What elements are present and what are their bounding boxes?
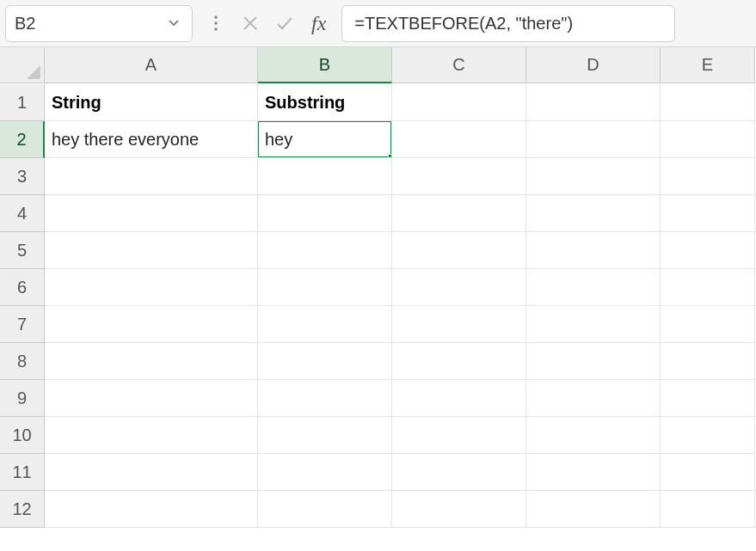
cell-A5[interactable] — [45, 232, 258, 269]
column-header-B[interactable]: B — [258, 47, 392, 83]
cell-D6[interactable] — [526, 269, 661, 306]
row-header-4[interactable]: 4 — [0, 195, 45, 232]
cell-B12[interactable] — [258, 491, 392, 528]
cell-A2[interactable]: hey there everyone — [45, 121, 258, 158]
cell-E3[interactable] — [661, 158, 755, 195]
column-header-D[interactable]: D — [526, 47, 661, 83]
name-box-value: B2 — [15, 14, 164, 34]
cell-D12[interactable] — [526, 491, 661, 528]
column-header-A[interactable]: A — [45, 47, 258, 83]
cell-C9[interactable] — [392, 380, 526, 417]
cell-B8[interactable] — [258, 343, 392, 380]
cell-C2[interactable] — [392, 121, 526, 158]
cell-C4[interactable] — [392, 195, 526, 232]
cell-C8[interactable] — [392, 343, 526, 380]
cell-B5[interactable] — [258, 232, 392, 269]
cell-A6[interactable] — [45, 269, 258, 306]
cell-E6[interactable] — [661, 269, 755, 306]
formula-value: =TEXTBEFORE(A2, "there") — [354, 14, 573, 34]
cell-value: Substring — [265, 93, 345, 113]
cell-D2[interactable] — [526, 121, 661, 158]
cell-A1[interactable]: String — [45, 84, 258, 121]
cancel-x-icon[interactable] — [239, 12, 261, 34]
enter-check-icon[interactable] — [274, 12, 296, 34]
cell-D3[interactable] — [526, 158, 661, 195]
column-header-C[interactable]: C — [392, 47, 526, 83]
row-header-5[interactable]: 5 — [0, 232, 45, 269]
chevron-down-icon[interactable] — [164, 16, 183, 30]
cell-D4[interactable] — [526, 195, 661, 232]
cell-E4[interactable] — [661, 195, 755, 232]
cell-D9[interactable] — [526, 380, 661, 417]
cell-E7[interactable] — [661, 306, 755, 343]
cell-C6[interactable] — [392, 269, 526, 306]
row-header-10[interactable]: 10 — [0, 417, 45, 454]
fill-handle[interactable] — [388, 154, 392, 158]
row-header-1[interactable]: 1 — [0, 84, 45, 121]
cell-B2[interactable]: hey — [258, 121, 392, 158]
cell-C10[interactable] — [392, 417, 526, 454]
cell-B6[interactable] — [258, 269, 392, 306]
cell-C3[interactable] — [392, 158, 526, 195]
svg-point-1 — [214, 21, 218, 25]
row-header-2[interactable]: 2 — [0, 121, 45, 158]
cell-A3[interactable] — [45, 158, 258, 195]
cell-D11[interactable] — [526, 454, 661, 491]
cell-E2[interactable] — [661, 121, 755, 158]
cell-A10[interactable] — [45, 417, 258, 454]
select-all-corner[interactable] — [0, 47, 45, 83]
cell-C11[interactable] — [392, 454, 526, 491]
row-header-8[interactable]: 8 — [0, 343, 45, 380]
cell-B4[interactable] — [258, 195, 392, 232]
formula-input[interactable]: =TEXTBEFORE(A2, "there") — [341, 5, 675, 42]
cell-value: String — [52, 93, 101, 113]
cell-B10[interactable] — [258, 417, 392, 454]
cell-D8[interactable] — [526, 343, 661, 380]
row-header-6[interactable]: 6 — [0, 269, 45, 306]
name-box[interactable]: B2 — [5, 5, 193, 42]
spreadsheet-grid[interactable]: ABCDE1StringSubstring2hey there everyone… — [0, 47, 756, 528]
row-header-3[interactable]: 3 — [0, 158, 45, 195]
cell-A9[interactable] — [45, 380, 258, 417]
cell-A4[interactable] — [45, 195, 258, 232]
row-header-12[interactable]: 12 — [0, 491, 45, 528]
cell-E11[interactable] — [661, 454, 755, 491]
cell-B3[interactable] — [258, 158, 392, 195]
formula-bar-tools: fx — [198, 12, 336, 35]
cell-A8[interactable] — [45, 343, 258, 380]
cell-B1[interactable]: Substring — [258, 84, 392, 121]
cell-E8[interactable] — [661, 343, 755, 380]
cell-value: hey there everyone — [52, 130, 199, 150]
cell-E1[interactable] — [661, 84, 755, 121]
fx-icon[interactable]: fx — [308, 12, 329, 35]
cell-E10[interactable] — [661, 417, 755, 454]
row-header-7[interactable]: 7 — [0, 306, 45, 343]
row-header-11[interactable]: 11 — [0, 454, 45, 491]
cell-C5[interactable] — [392, 232, 526, 269]
column-header-E[interactable]: E — [661, 47, 755, 83]
svg-point-2 — [214, 28, 218, 31]
cell-B11[interactable] — [258, 454, 392, 491]
cell-C7[interactable] — [392, 306, 526, 343]
cell-D1[interactable] — [526, 84, 661, 121]
cell-value: hey — [265, 130, 292, 150]
cell-B9[interactable] — [258, 380, 392, 417]
cell-A12[interactable] — [45, 491, 258, 528]
cell-A7[interactable] — [45, 306, 258, 343]
cell-D5[interactable] — [526, 232, 661, 269]
svg-point-0 — [214, 15, 218, 19]
cell-C12[interactable] — [392, 491, 526, 528]
cell-D7[interactable] — [526, 306, 661, 343]
row-header-9[interactable]: 9 — [0, 380, 45, 417]
cell-E9[interactable] — [661, 380, 755, 417]
cell-E5[interactable] — [661, 232, 755, 269]
cell-D10[interactable] — [526, 417, 661, 454]
cell-C1[interactable] — [392, 84, 526, 121]
cell-A11[interactable] — [45, 454, 258, 491]
cell-E12[interactable] — [661, 491, 755, 528]
formula-bar: B2 fx =TEXTBEFORE(A2, "there") — [0, 0, 756, 47]
kebab-icon[interactable] — [205, 12, 227, 34]
cell-B7[interactable] — [258, 306, 392, 343]
